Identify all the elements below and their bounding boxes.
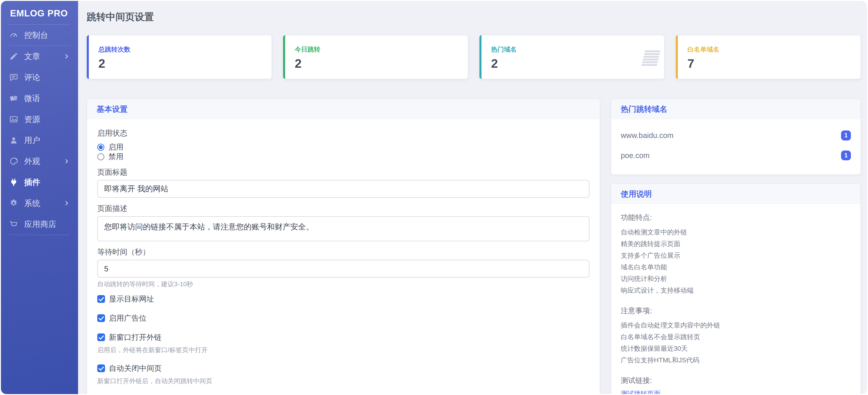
sidebar-item[interactable]: 系统 [1, 193, 78, 214]
usage-title: 使用说明 [611, 184, 861, 204]
domain-row: www.baidu.com 1 [621, 125, 851, 145]
gauge-icon [9, 31, 18, 40]
main-content: 跳转中间页设置 总跳转次数 2 今日跳转 2 热门域名 2 [78, 1, 867, 394]
sidebar-item[interactable]: 文章 [1, 46, 78, 67]
feature-item: 访问统计和分析 [621, 273, 851, 285]
feature-item: 自动检测文章中的外链 [621, 227, 851, 238]
domain-row: poe.com 1 [621, 145, 851, 166]
usage-card: 使用说明 功能特点: 自动检测文章中的外链精美的跳转提示页面支持多个广告位展示域… [611, 184, 861, 394]
page-desc-label: 页面描述 [97, 204, 589, 212]
radio-button-selected[interactable] [97, 144, 104, 151]
checkbox-help: 启用后，外链将在新窗口/标签页中打开 [97, 346, 589, 354]
basic-settings-title: 基本设置 [87, 99, 600, 119]
checkbox-row[interactable]: 启用广告位 [97, 313, 589, 323]
stat-label: 热门域名 [491, 46, 655, 53]
sidebar-item[interactable]: 资源 [1, 109, 78, 130]
wait-time-label: 等待时间（秒） [97, 248, 589, 256]
pencil-icon [9, 52, 18, 61]
sidebar-item[interactable]: 控制台 [1, 25, 78, 45]
user-icon [9, 136, 18, 145]
page-title-label: 页面标题 [97, 168, 589, 176]
sidebar-item[interactable]: 插件 [1, 172, 78, 193]
test-page-link[interactable]: 测试跳转页面 [621, 390, 660, 394]
radio-disabled[interactable]: 禁用 [97, 152, 589, 161]
sidebar-menu: 控制台 文章 评论 [1, 25, 78, 235]
test-link-label: 测试链接: [621, 376, 851, 385]
notes-list: 插件会自动处理文章内容中的外链白名单域名不会显示跳转页统计数据保留最近30天广告… [621, 320, 851, 366]
sidebar-item[interactable]: 外观 [1, 151, 78, 172]
page-title-input[interactable] [97, 180, 589, 198]
image-icon [9, 115, 18, 124]
count-badge: 1 [841, 130, 851, 140]
wait-time-help: 自动跳转的等待时间，建议3-10秒 [97, 280, 589, 288]
stat-label: 今日跳转 [295, 46, 459, 53]
notes-icon [9, 94, 18, 103]
basic-settings-card: 基本设置 启用状态 启用 禁用 页面标题 页面描述 您即将访问的链接不属于本站，… [87, 99, 600, 394]
sidebar: EMLOG PRO 控制台 文章 [1, 1, 78, 394]
checkbox-list: 显示目标网址 启用广告位 [97, 294, 589, 386]
stat-value: 2 [295, 57, 459, 70]
note-item: 统计数据保留最近30天 [621, 343, 851, 354]
wait-time-input[interactable] [97, 260, 589, 277]
cart-icon [9, 220, 18, 229]
radio-disabled-label: 禁用 [108, 152, 124, 162]
feature-item: 支持多个广告位展示 [621, 250, 851, 261]
checkbox-row[interactable]: 新窗口打开外链 [97, 332, 589, 342]
checkbox[interactable] [97, 295, 105, 303]
palette-icon [9, 157, 18, 166]
checkbox[interactable] [97, 364, 105, 372]
stat-value: 7 [687, 57, 851, 70]
chevron-right-icon [63, 158, 70, 164]
stat-value: 2 [491, 57, 655, 70]
stat-label: 总跳转次数 [98, 46, 262, 53]
checkbox[interactable] [97, 333, 105, 341]
note-item: 白名单域名不会显示跳转页 [621, 331, 851, 343]
stat-label: 白名单域名 [687, 46, 851, 53]
chevron-right-icon [63, 200, 70, 206]
radio-button[interactable] [97, 153, 104, 160]
radio-enabled-label: 启用 [108, 142, 124, 152]
plug-icon [9, 178, 18, 187]
page-desc-textarea[interactable]: 您即将访问的链接不属于本站，请注意您的账号和财产安全。 [97, 216, 589, 241]
count-badge: 1 [841, 151, 851, 161]
sidebar-item[interactable]: 评论 [1, 67, 78, 88]
features-label: 功能特点: [621, 213, 851, 222]
stat-card: 今日跳转 2 [283, 35, 468, 79]
stat-card: 白名单域名 7 [676, 35, 861, 79]
stats-row: 总跳转次数 2 今日跳转 2 热门域名 2 白名单域名 [87, 35, 861, 79]
stat-card: 总跳转次数 2 [87, 35, 272, 79]
feature-item: 响应式设计，支持移动端 [621, 285, 851, 296]
notes-label: 注意事项: [621, 306, 851, 315]
hot-domains-title: 热门跳转域名 [611, 99, 861, 119]
sidebar-divider [9, 235, 70, 235]
app-window: EMLOG PRO 控制台 文章 [1, 1, 867, 394]
stat-card: 热门域名 2 [479, 35, 664, 79]
enable-status-label: 启用状态 [97, 129, 589, 137]
stat-value: 2 [98, 57, 262, 70]
feature-item: 域名白名单功能 [621, 261, 851, 273]
radio-enabled[interactable]: 启用 [97, 142, 589, 152]
domain-name: www.baidu.com [621, 131, 674, 140]
note-item: 广告位支持HTML和JS代码 [621, 354, 851, 366]
comment-icon [9, 73, 18, 82]
skeleton-bars-icon [641, 51, 660, 66]
hot-domains-card: 热门跳转域名 www.baidu.com 1 poe.com 1 [611, 99, 861, 175]
sidebar-item[interactable]: 应用商店 [1, 214, 78, 235]
right-column: 热门跳转域名 www.baidu.com 1 poe.com 1 [611, 99, 861, 394]
sidebar-item[interactable]: 微语 [1, 88, 78, 109]
sidebar-item[interactable]: 用户 [1, 130, 78, 151]
checkbox-help: 新窗口打开外链后，自动关闭跳转中间页 [97, 377, 589, 386]
checkbox-row[interactable]: 显示目标网址 [97, 294, 589, 304]
features-list: 自动检测文章中的外链精美的跳转提示页面支持多个广告位展示域名白名单功能访问统计和… [621, 227, 851, 296]
checkbox[interactable] [97, 314, 105, 322]
checkbox-row[interactable]: 自动关闭中间页 [97, 363, 589, 373]
note-item: 插件会自动处理文章内容中的外链 [621, 320, 851, 331]
domain-name: poe.com [621, 151, 650, 160]
page-title: 跳转中间页设置 [87, 10, 861, 23]
gear-icon [9, 199, 18, 208]
chevron-right-icon [63, 53, 70, 60]
brand-logo: EMLOG PRO [1, 1, 78, 24]
feature-item: 精美的跳转提示页面 [621, 238, 851, 250]
